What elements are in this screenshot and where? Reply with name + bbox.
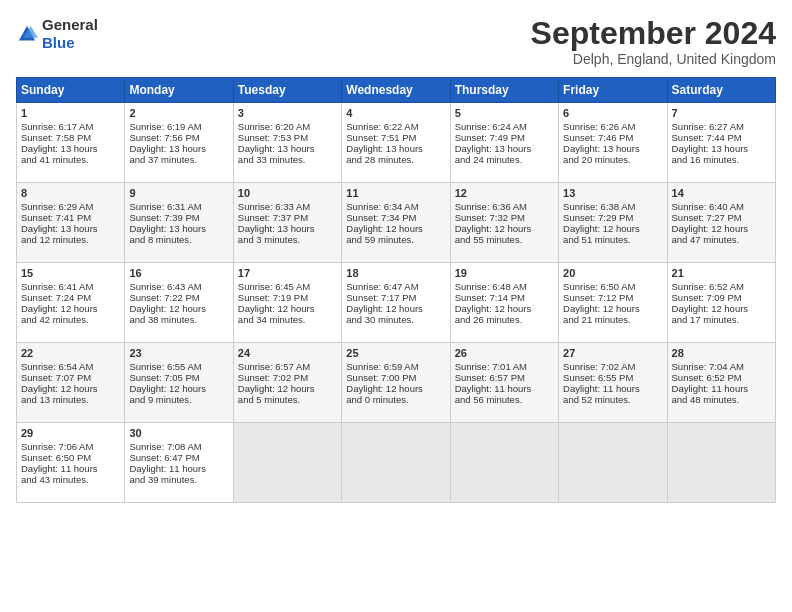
col-header-friday: Friday — [559, 78, 667, 103]
logo-blue: Blue — [42, 34, 75, 51]
calendar-cell: 30Sunrise: 7:08 AMSunset: 6:47 PMDayligh… — [125, 423, 233, 503]
cell-line: and 33 minutes. — [238, 154, 337, 165]
cell-line: and 38 minutes. — [129, 314, 228, 325]
day-number: 30 — [129, 427, 228, 439]
day-number: 21 — [672, 267, 771, 279]
calendar-cell — [667, 423, 775, 503]
cell-line: and 55 minutes. — [455, 234, 554, 245]
cell-line: Daylight: 13 hours — [129, 143, 228, 154]
calendar-cell: 15Sunrise: 6:41 AMSunset: 7:24 PMDayligh… — [17, 263, 125, 343]
cell-line: Daylight: 13 hours — [21, 223, 120, 234]
cell-line: Sunrise: 7:06 AM — [21, 441, 120, 452]
cell-line: and 37 minutes. — [129, 154, 228, 165]
logo: General Blue — [16, 16, 98, 52]
day-number: 20 — [563, 267, 662, 279]
cell-line: Daylight: 13 hours — [563, 143, 662, 154]
cell-line: and 20 minutes. — [563, 154, 662, 165]
col-header-thursday: Thursday — [450, 78, 558, 103]
week-row-1: 1Sunrise: 6:17 AMSunset: 7:58 PMDaylight… — [17, 103, 776, 183]
cell-line: and 21 minutes. — [563, 314, 662, 325]
cell-line: Sunrise: 6:47 AM — [346, 281, 445, 292]
cell-line: Daylight: 13 hours — [238, 143, 337, 154]
cell-line: Daylight: 12 hours — [563, 303, 662, 314]
cell-line: Sunset: 6:50 PM — [21, 452, 120, 463]
cell-line: and 42 minutes. — [21, 314, 120, 325]
cell-line: Daylight: 13 hours — [455, 143, 554, 154]
calendar-cell: 28Sunrise: 7:04 AMSunset: 6:52 PMDayligh… — [667, 343, 775, 423]
calendar-cell — [559, 423, 667, 503]
logo-general: General — [42, 16, 98, 33]
calendar-cell: 10Sunrise: 6:33 AMSunset: 7:37 PMDayligh… — [233, 183, 341, 263]
cell-line: Sunrise: 6:20 AM — [238, 121, 337, 132]
cell-line: and 5 minutes. — [238, 394, 337, 405]
col-header-wednesday: Wednesday — [342, 78, 450, 103]
week-row-4: 22Sunrise: 6:54 AMSunset: 7:07 PMDayligh… — [17, 343, 776, 423]
day-number: 22 — [21, 347, 120, 359]
col-header-sunday: Sunday — [17, 78, 125, 103]
day-number: 18 — [346, 267, 445, 279]
cell-line: Daylight: 12 hours — [455, 303, 554, 314]
cell-line: Daylight: 13 hours — [238, 223, 337, 234]
cell-line: Sunset: 7:34 PM — [346, 212, 445, 223]
cell-line: Sunset: 7:22 PM — [129, 292, 228, 303]
cell-line: and 34 minutes. — [238, 314, 337, 325]
cell-line: and 52 minutes. — [563, 394, 662, 405]
cell-line: Sunset: 7:24 PM — [21, 292, 120, 303]
day-number: 10 — [238, 187, 337, 199]
day-number: 2 — [129, 107, 228, 119]
cell-line: and 28 minutes. — [346, 154, 445, 165]
calendar-cell: 25Sunrise: 6:59 AMSunset: 7:00 PMDayligh… — [342, 343, 450, 423]
cell-line: Daylight: 12 hours — [346, 303, 445, 314]
calendar-cell: 19Sunrise: 6:48 AMSunset: 7:14 PMDayligh… — [450, 263, 558, 343]
day-number: 29 — [21, 427, 120, 439]
cell-line: Daylight: 11 hours — [455, 383, 554, 394]
cell-line: Sunrise: 6:54 AM — [21, 361, 120, 372]
cell-line: Sunset: 7:29 PM — [563, 212, 662, 223]
cell-line: Sunset: 6:55 PM — [563, 372, 662, 383]
day-number: 6 — [563, 107, 662, 119]
cell-line: and 30 minutes. — [346, 314, 445, 325]
cell-line: Sunrise: 6:52 AM — [672, 281, 771, 292]
location: Delph, England, United Kingdom — [531, 51, 776, 67]
cell-line: Sunrise: 6:43 AM — [129, 281, 228, 292]
calendar-cell: 14Sunrise: 6:40 AMSunset: 7:27 PMDayligh… — [667, 183, 775, 263]
month-title: September 2024 — [531, 16, 776, 51]
day-number: 25 — [346, 347, 445, 359]
cell-line: Daylight: 12 hours — [238, 303, 337, 314]
cell-line: and 48 minutes. — [672, 394, 771, 405]
day-number: 1 — [21, 107, 120, 119]
calendar-cell: 11Sunrise: 6:34 AMSunset: 7:34 PMDayligh… — [342, 183, 450, 263]
calendar-cell: 1Sunrise: 6:17 AMSunset: 7:58 PMDaylight… — [17, 103, 125, 183]
cell-line: and 12 minutes. — [21, 234, 120, 245]
cell-line: and 16 minutes. — [672, 154, 771, 165]
calendar-page: General Blue September 2024 Delph, Engla… — [0, 0, 792, 612]
cell-line: and 17 minutes. — [672, 314, 771, 325]
day-number: 24 — [238, 347, 337, 359]
cell-line: and 9 minutes. — [129, 394, 228, 405]
cell-line: Sunset: 6:57 PM — [455, 372, 554, 383]
day-number: 19 — [455, 267, 554, 279]
day-number: 28 — [672, 347, 771, 359]
calendar-cell: 27Sunrise: 7:02 AMSunset: 6:55 PMDayligh… — [559, 343, 667, 423]
cell-line: Daylight: 13 hours — [21, 143, 120, 154]
cell-line: and 24 minutes. — [455, 154, 554, 165]
cell-line: Daylight: 13 hours — [129, 223, 228, 234]
cell-line: Daylight: 12 hours — [346, 223, 445, 234]
cell-line: Sunrise: 7:04 AM — [672, 361, 771, 372]
day-number: 5 — [455, 107, 554, 119]
day-number: 14 — [672, 187, 771, 199]
day-number: 11 — [346, 187, 445, 199]
cell-line: Sunset: 7:00 PM — [346, 372, 445, 383]
cell-line: Sunrise: 7:02 AM — [563, 361, 662, 372]
cell-line: Sunset: 7:39 PM — [129, 212, 228, 223]
cell-line: Sunset: 7:46 PM — [563, 132, 662, 143]
cell-line: Sunrise: 6:22 AM — [346, 121, 445, 132]
day-number: 26 — [455, 347, 554, 359]
cell-line: and 47 minutes. — [672, 234, 771, 245]
cell-line: Sunset: 7:56 PM — [129, 132, 228, 143]
cell-line: Daylight: 12 hours — [563, 223, 662, 234]
day-number: 27 — [563, 347, 662, 359]
calendar-cell: 20Sunrise: 6:50 AMSunset: 7:12 PMDayligh… — [559, 263, 667, 343]
cell-line: Sunrise: 6:19 AM — [129, 121, 228, 132]
day-number: 17 — [238, 267, 337, 279]
